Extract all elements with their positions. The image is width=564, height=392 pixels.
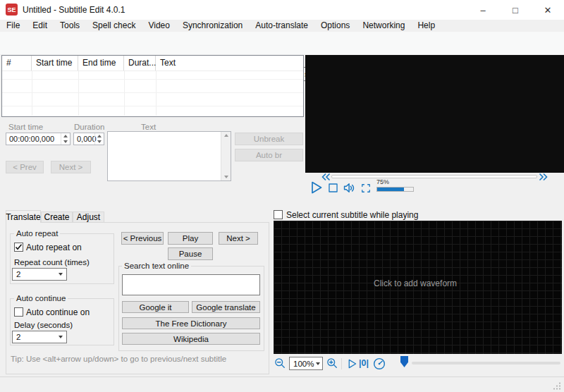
previous-button[interactable]: < Previous (121, 232, 164, 245)
spin-up-icon (63, 135, 68, 137)
seek-forward-icon[interactable] (539, 173, 548, 180)
auto-br-button[interactable]: Auto br (235, 149, 303, 161)
fullscreen-icon (362, 185, 370, 192)
volume-slider[interactable] (376, 187, 414, 192)
grid-line (32, 71, 32, 116)
menu-spell-check[interactable]: Spell check (86, 20, 142, 32)
auto-repeat-checkbox[interactable] (14, 243, 23, 252)
chevron-down-icon (314, 362, 322, 365)
wikipedia-button[interactable]: Wikipedia (122, 333, 260, 345)
next-button[interactable]: Next > (219, 232, 258, 245)
grid-line (124, 71, 125, 116)
repeat-count-select[interactable]: 2 (12, 268, 67, 281)
speaker-icon (345, 184, 350, 192)
minimize-button[interactable]: – (467, 0, 499, 20)
start-time-value: 00:00:00,000 (9, 133, 54, 145)
duration-spinner[interactable]: 0,000 (73, 133, 104, 145)
auto-repeat-checkbox-label: Auto repeat on (26, 243, 82, 252)
column-start-time[interactable]: Start time (32, 56, 78, 71)
app-logo-icon: SE (6, 4, 18, 16)
delay-select[interactable]: 2 (12, 331, 67, 343)
auto-continue-group-label: Auto continue (14, 294, 68, 302)
column-duration[interactable]: Durat... (124, 56, 156, 71)
auto-continue-checkbox[interactable] (14, 307, 23, 317)
start-time-spinner[interactable]: 00:00:00,000 (6, 133, 70, 145)
menu-synchronization[interactable]: Synchronization (176, 20, 249, 32)
column-number[interactable]: # (2, 56, 32, 71)
prev-subtitle-button[interactable]: < Prev (6, 161, 44, 173)
waveform-position-marker[interactable] (400, 356, 408, 367)
auto-continue-checkbox-label: Auto continue on (26, 307, 90, 317)
playback-speed-button[interactable] (372, 357, 386, 371)
play-button[interactable] (307, 179, 324, 196)
menu-networking[interactable]: Networking (356, 20, 411, 32)
zoom-in-button[interactable] (326, 357, 339, 370)
spinner-arrows[interactable] (61, 133, 70, 145)
duration-label: Duration (74, 123, 104, 131)
grid-line (156, 71, 157, 116)
waveform-display[interactable]: Click to add waveform (274, 221, 562, 354)
delay-label: Delay (seconds) (14, 321, 73, 329)
column-text[interactable]: Text (156, 56, 303, 71)
tab-create[interactable]: Create (41, 212, 73, 223)
google-it-button[interactable]: Google it (122, 301, 189, 313)
menu-auto-translate[interactable]: Auto-translate (249, 20, 314, 32)
maximize-button[interactable]: □ (499, 0, 532, 20)
subtitle-text-area[interactable] (107, 131, 231, 181)
close-button[interactable]: ✕ (532, 0, 564, 20)
text-scrollbar[interactable] (221, 132, 231, 180)
maximize-icon: □ (513, 5, 518, 16)
tip-text: Tip: Use <alt+arrow up/down> to go to pr… (11, 355, 226, 363)
menu-file[interactable]: File (0, 20, 26, 32)
fullscreen-button[interactable] (360, 182, 372, 195)
volume-fill (377, 188, 404, 191)
zoom-out-button[interactable] (274, 357, 287, 370)
start-time-label: Start time (8, 123, 43, 131)
waveform-scrollbar[interactable] (412, 362, 560, 365)
menu-edit[interactable]: Edit (26, 20, 54, 32)
resize-grip-icon[interactable] (553, 382, 561, 390)
google-translate-button[interactable]: Google translate (192, 301, 260, 313)
waveform-placeholder: Click to add waveform (374, 278, 457, 288)
menu-help[interactable]: Help (411, 20, 441, 32)
spinner-arrows[interactable] (94, 133, 104, 145)
grid-line (2, 106, 303, 106)
tab-adjust[interactable]: Adjust (73, 212, 104, 223)
spin-down-icon (63, 140, 68, 143)
scroll-down-icon[interactable] (224, 176, 228, 178)
free-dictionary-button[interactable]: The Free Dictionary (122, 317, 260, 329)
volume-percent-label: 75% (376, 178, 389, 185)
video-display[interactable] (305, 55, 564, 173)
select-current-subtitle-checkbox[interactable] (274, 210, 283, 219)
waveform-zoom-select[interactable]: 100% (289, 357, 323, 370)
spin-down-icon (97, 140, 102, 143)
subtitle-list-view[interactable]: # Start time End time Durat... Text (1, 55, 304, 117)
subtitle-list-header: # Start time End time Durat... Text (2, 56, 303, 71)
tab-create-label: Create (44, 212, 69, 222)
menu-options[interactable]: Options (314, 20, 356, 32)
waveform-play-button[interactable] (345, 357, 358, 370)
column-end-time[interactable]: End time (78, 56, 124, 71)
pause-button[interactable]: Pause (168, 247, 213, 260)
mute-button[interactable] (342, 180, 357, 195)
tab-translate[interactable]: Translate (6, 210, 41, 223)
scroll-up-icon[interactable] (224, 134, 228, 137)
stop-icon (329, 184, 337, 192)
spin-up-icon (97, 135, 102, 137)
window-title: Untitled - Subtitle Edit 4.0.1 (23, 0, 125, 20)
close-icon: ✕ (544, 5, 552, 16)
stop-button[interactable] (326, 181, 340, 195)
menu-video[interactable]: Video (142, 20, 176, 32)
toolbar: ? Format SubRip (.srt) Encoding UTF-8 wi… (0, 32, 564, 54)
minimize-icon: – (480, 5, 485, 16)
grid-line (2, 79, 303, 80)
video-seek-bar[interactable] (331, 175, 537, 178)
menu-bar: File Edit Tools Spell check Video Synchr… (0, 20, 564, 32)
reset-position-button[interactable]: |0| (359, 358, 369, 368)
unbreak-button[interactable]: Unbreak (235, 133, 303, 145)
play-subtitle-button[interactable]: Play (168, 232, 213, 245)
search-text-input[interactable] (122, 274, 260, 295)
subtitle-edit-window: SE Untitled - Subtitle Edit 4.0.1 – □ ✕ … (0, 0, 564, 392)
next-subtitle-button[interactable]: Next > (51, 161, 91, 173)
menu-tools[interactable]: Tools (54, 20, 86, 32)
